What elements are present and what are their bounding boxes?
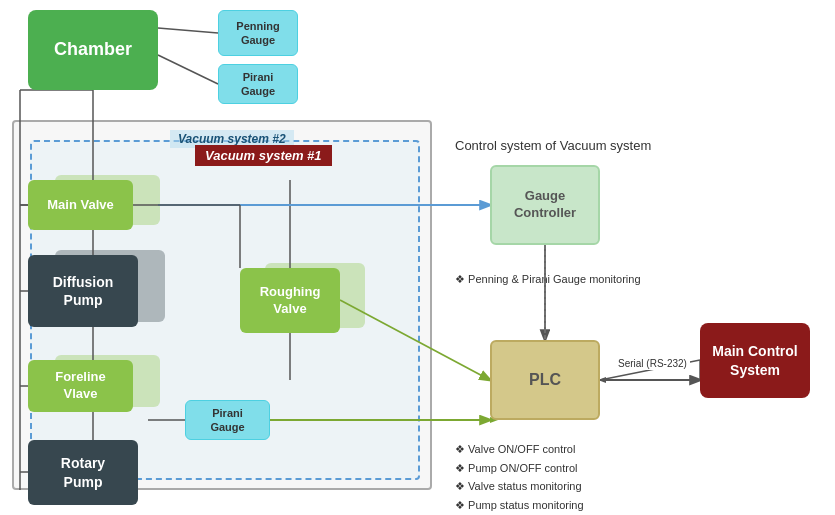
bullet-pump-status: ❖ Pump status monitoring: [455, 496, 584, 515]
plc-box: PLC: [490, 340, 600, 420]
foreline-valve-label: ForelineVlave: [55, 369, 106, 403]
main-valve-box: Main Valve: [28, 180, 133, 230]
pirani-gauge-bottom-box: PiraniGauge: [185, 400, 270, 440]
chamber-box: Chamber: [28, 10, 158, 90]
roughing-valve-box: RoughingValve: [240, 268, 340, 333]
foreline-valve-box: ForelineVlave: [28, 360, 133, 412]
vacuum-system-1-label: Vacuum system #1: [195, 145, 332, 166]
pirani-gauge-bottom-label: PiraniGauge: [210, 406, 244, 435]
penning-gauge-label: PenningGauge: [236, 19, 279, 48]
bullet-valve-status: ❖ Valve status monitoring: [455, 477, 584, 496]
control-system-label: Control system of Vacuum system: [455, 138, 651, 153]
main-control-box: Main ControlSystem: [700, 323, 810, 398]
gauge-controller-label: GaugeController: [514, 188, 576, 222]
roughing-valve-label: RoughingValve: [260, 284, 321, 318]
pirani-gauge-top-box: PiraniGauge: [218, 64, 298, 104]
rotary-pump-box: RotaryPump: [28, 440, 138, 505]
main-control-label: Main ControlSystem: [712, 342, 798, 378]
bullet-pump-control: ❖ Pump ON/OFF control: [455, 459, 584, 478]
gauge-controller-box: GaugeController: [490, 165, 600, 245]
diagram: Vacuum system #2 Vacuum system #1 Contro…: [0, 0, 835, 515]
svg-line-0: [158, 28, 218, 33]
serial-label: Serial (RS-232): [615, 357, 690, 370]
svg-line-1: [158, 55, 218, 84]
bullet-section-bottom: ❖ Valve ON/OFF control ❖ Pump ON/OFF con…: [455, 440, 584, 515]
diffusion-pump-box: DiffusionPump: [28, 255, 138, 327]
bullet-section-top: ❖ Penning & Pirani Gauge monitoring: [455, 270, 641, 289]
diffusion-pump-label: DiffusionPump: [53, 273, 114, 309]
pirani-gauge-top-label: PiraniGauge: [241, 70, 275, 99]
rotary-pump-label: RotaryPump: [61, 454, 105, 490]
bullet-valve-control: ❖ Valve ON/OFF control: [455, 440, 584, 459]
bullet-penning-pirani: ❖ Penning & Pirani Gauge monitoring: [455, 270, 641, 289]
penning-gauge-box: PenningGauge: [218, 10, 298, 56]
